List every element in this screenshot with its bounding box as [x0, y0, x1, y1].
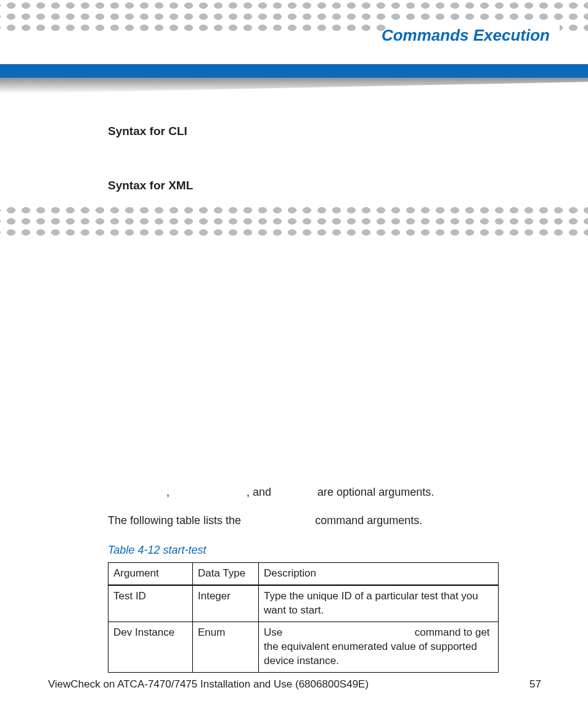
- table-header-argument: Argument: [108, 563, 193, 585]
- footer-doc-title: ViewCheck on ATCA-7470/7475 Installation…: [48, 678, 369, 690]
- dotted-bg-mid: [0, 205, 588, 238]
- desc-pre: Use: [264, 626, 285, 638]
- page-header-title: Commands Execution: [382, 26, 550, 45]
- table-intro-suffix: command arguments.: [312, 514, 422, 527]
- desc-post: command to get the equivalent enumerated…: [264, 626, 490, 667]
- optional-suffix: are optional arguments.: [317, 486, 434, 498]
- cell-description: Use command to get the equivalent enumer…: [259, 622, 499, 672]
- table-header-datatype: Data Type: [193, 563, 259, 585]
- header-blue-bar: [0, 64, 588, 78]
- heading-syntax-xml: Syntax for XML: [108, 178, 193, 194]
- cell-datatype: Integer: [193, 585, 259, 622]
- sep1: ,: [166, 486, 173, 498]
- sep2: , and: [247, 486, 274, 498]
- heading-syntax-cli: Syntax for CLI: [108, 123, 187, 139]
- table-row: Dev Instance Enum Use command to get the…: [108, 622, 499, 672]
- footer-page-number: 57: [529, 678, 541, 691]
- footer: ViewCheck on ATCA-7470/7475 Installation…: [48, 678, 541, 691]
- table-header-row: Argument Data Type Description: [108, 563, 499, 585]
- arguments-table: Argument Data Type Description Test ID I…: [108, 562, 499, 673]
- cell-description: Type the unique ID of a particular test …: [259, 585, 499, 622]
- optional-args-sentence: , , and are optional arguments.: [108, 485, 502, 499]
- header-grey-wedge: [0, 78, 588, 94]
- table-caption: Table 4-12 start-test: [108, 543, 206, 557]
- table-intro-prefix: The following table lists the: [108, 514, 244, 527]
- table-header-description: Description: [259, 563, 499, 585]
- cell-datatype: Enum: [193, 622, 259, 672]
- cell-argument: Test ID: [108, 585, 193, 622]
- cell-argument: Dev Instance: [108, 622, 193, 672]
- table-intro-sentence: The following table lists the command ar…: [108, 513, 502, 528]
- table-row: Test ID Integer Type the unique ID of a …: [108, 585, 499, 622]
